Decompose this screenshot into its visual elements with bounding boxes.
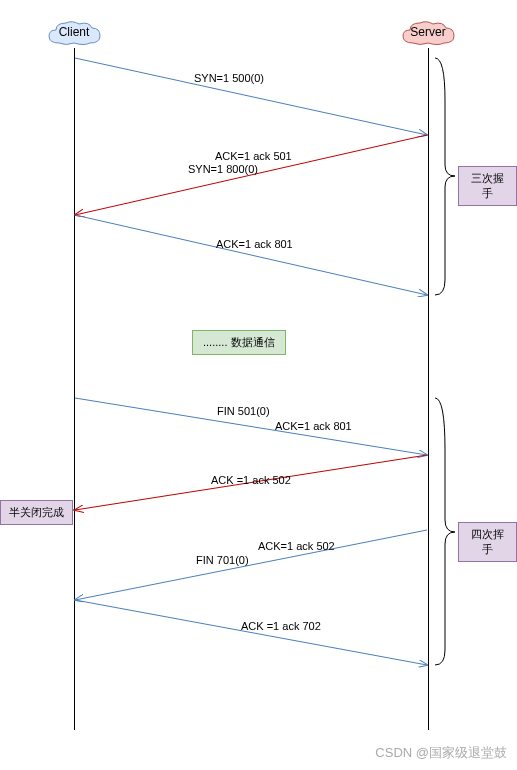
svg-line-0 (75, 58, 427, 135)
arrows-layer (0, 0, 517, 770)
server-label: Server (410, 25, 445, 39)
svg-line-5 (75, 530, 427, 600)
client-lifeline (74, 48, 75, 730)
svg-line-1 (75, 135, 427, 215)
three-way-handshake-label: 三次握手 (471, 172, 504, 199)
four-way-wave-label: 四次挥手 (471, 528, 504, 555)
msg-ack-syn-a: ACK=1 ack 501 (215, 150, 292, 162)
client-label: Client (59, 25, 90, 39)
svg-line-6 (75, 600, 427, 665)
server-lifeline (428, 48, 429, 730)
msg-syn1: SYN=1 500(0) (194, 72, 264, 84)
half-close-label: 半关闭完成 (9, 506, 64, 518)
msg-ack502: ACK =1 ack 502 (211, 474, 291, 486)
svg-line-2 (75, 215, 427, 295)
four-way-wave-box: 四次挥手 (458, 522, 517, 562)
msg-fin701: FIN 701(0) (196, 554, 249, 566)
watermark: CSDN @国家级退堂鼓 (375, 744, 507, 762)
half-close-box: 半关闭完成 (0, 500, 73, 525)
data-communication-label: ........ 数据通信 (203, 336, 275, 348)
data-communication-box: ........ 数据通信 (192, 330, 286, 355)
msg-ack702: ACK =1 ack 702 (241, 620, 321, 632)
msg-fin501: FIN 501(0) (217, 405, 270, 417)
msg-ack-syn-b: SYN=1 800(0) (188, 163, 258, 175)
msg-ack801-2: ACK=1 ack 801 (275, 420, 352, 432)
client-node: Client (44, 18, 104, 48)
three-way-handshake-box: 三次握手 (458, 166, 517, 206)
server-node: Server (398, 18, 458, 48)
msg-ack801: ACK=1 ack 801 (216, 238, 293, 250)
msg-ack502-2: ACK=1 ack 502 (258, 540, 335, 552)
